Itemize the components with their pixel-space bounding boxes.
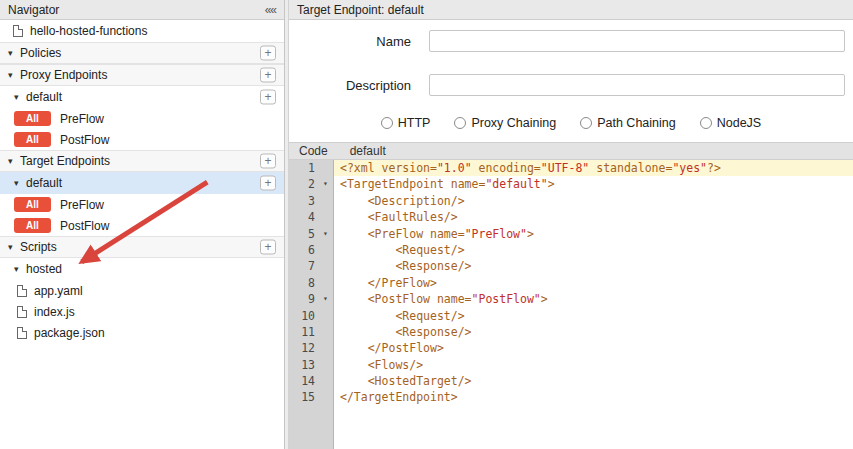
target-endpoint-title: Target Endpoint: default — [297, 3, 424, 17]
fold-spacer — [317, 357, 334, 373]
fold-spacer — [317, 389, 334, 405]
chevron-down-icon: ▾ — [8, 70, 20, 80]
code-line[interactable]: 12 </PostFlow> — [289, 340, 853, 356]
radio-label: Proxy Chaining — [471, 116, 556, 130]
code-line[interactable]: 8 </PreFlow> — [289, 275, 853, 291]
fold-arrow-icon[interactable]: ▾ — [317, 176, 334, 192]
code-text: <Request/> — [334, 308, 853, 324]
radio-label: NodeJS — [717, 116, 761, 130]
tree-item-proxy-postflow[interactable]: All PostFlow — [0, 129, 284, 150]
fold-arrow-icon[interactable]: ▾ — [317, 226, 334, 242]
section-scripts[interactable]: ▾ Scripts + — [0, 236, 284, 258]
line-number: 12 — [289, 340, 317, 356]
code-text: </TargetEndpoint> — [334, 389, 853, 405]
code-line[interactable]: 10 <Request/> — [289, 308, 853, 324]
code-text: <PostFlow name="PostFlow"> — [334, 291, 853, 307]
tree-item-hosted-folder[interactable]: ▾ hosted — [0, 258, 284, 280]
code-text: <?xml version="1.0" encoding="UTF-8" sta… — [334, 160, 853, 176]
code-text: <TargetEndpoint name="default"> — [334, 176, 853, 192]
code-line[interactable]: 15</TargetEndpoint> — [289, 389, 853, 405]
code-line[interactable]: 6 <Request/> — [289, 242, 853, 258]
add-target-flow-button[interactable]: + — [260, 176, 276, 191]
tree-item-label: default — [26, 176, 62, 190]
section-policies[interactable]: ▾ Policies + — [0, 42, 284, 64]
code-text: <Description/> — [334, 193, 853, 209]
add-policy-button[interactable]: + — [260, 46, 276, 61]
add-target-endpoint-button[interactable]: + — [260, 154, 276, 169]
radio-circle-icon — [381, 117, 393, 129]
tree-item-target-endpoint-default[interactable]: ▾ default + — [0, 172, 284, 194]
navigator-title: Navigator — [8, 3, 59, 17]
file-icon — [13, 25, 23, 37]
radio-http[interactable]: HTTP — [381, 116, 431, 130]
code-file-name: default — [350, 144, 386, 158]
collapse-sidebar-icon[interactable]: «« — [265, 3, 276, 17]
file-icon — [17, 285, 27, 297]
tree-item-target-postflow[interactable]: All PostFlow — [0, 215, 284, 236]
code-line[interactable]: 13 <Flows/> — [289, 357, 853, 373]
description-input[interactable] — [429, 74, 845, 96]
radio-nodejs[interactable]: NodeJS — [700, 116, 761, 130]
code-editor[interactable]: 1<?xml version="1.0" encoding="UTF-8" st… — [289, 160, 853, 449]
line-number: 2 — [289, 176, 317, 192]
endpoint-form: Name Description HTTP Proxy Chaining P — [289, 20, 853, 142]
file-label: index.js — [34, 305, 75, 319]
code-line[interactable]: 9▾ <PostFlow name="PostFlow"> — [289, 291, 853, 307]
code-line[interactable]: 14 <HostedTarget/> — [289, 373, 853, 389]
code-line[interactable]: 5▾ <PreFlow name="PreFlow"> — [289, 226, 853, 242]
chevron-down-icon: ▾ — [14, 92, 26, 102]
code-line[interactable]: 3 <Description/> — [289, 193, 853, 209]
chevron-down-icon: ▾ — [14, 178, 26, 188]
line-number: 8 — [289, 275, 317, 291]
all-badge: All — [14, 197, 51, 212]
tree-item-label: hello-hosted-functions — [30, 24, 147, 38]
fold-spacer — [317, 242, 334, 258]
tree-item-file-index-js[interactable]: index.js — [0, 301, 284, 322]
radio-path-chaining[interactable]: Path Chaining — [580, 116, 676, 130]
code-text: <HostedTarget/> — [334, 373, 853, 389]
code-line[interactable]: 2▾<TargetEndpoint name="default"> — [289, 176, 853, 192]
tree-item-target-preflow[interactable]: All PreFlow — [0, 194, 284, 215]
chevron-down-icon: ▾ — [8, 48, 20, 58]
tree-item-proxy-root[interactable]: hello-hosted-functions — [0, 20, 284, 42]
radio-label: Path Chaining — [597, 116, 676, 130]
line-number: 6 — [289, 242, 317, 258]
code-line[interactable]: 7 <Response/> — [289, 258, 853, 274]
line-number: 3 — [289, 193, 317, 209]
add-script-button[interactable]: + — [260, 240, 276, 255]
code-text: <Response/> — [334, 258, 853, 274]
radio-proxy-chaining[interactable]: Proxy Chaining — [454, 116, 556, 130]
main-panel: Target Endpoint: default Name Descriptio… — [289, 0, 853, 449]
tree-item-file-app-yaml[interactable]: app.yaml — [0, 280, 284, 301]
add-proxy-flow-button[interactable]: + — [260, 90, 276, 105]
code-text: <Request/> — [334, 242, 853, 258]
name-input[interactable] — [429, 30, 845, 52]
file-icon — [17, 306, 27, 318]
fold-spacer — [317, 275, 334, 291]
fold-arrow-icon[interactable]: ▾ — [317, 291, 334, 307]
line-number: 11 — [289, 324, 317, 340]
tree-item-label: hosted — [26, 262, 62, 276]
tree-item-proxy-endpoint-default[interactable]: ▾ default + — [0, 86, 284, 108]
section-proxy-endpoints[interactable]: ▾ Proxy Endpoints + — [0, 64, 284, 86]
radio-circle-icon — [700, 117, 712, 129]
fold-spacer — [317, 373, 334, 389]
endpoint-type-radio-group: HTTP Proxy Chaining Path Chaining NodeJS — [289, 116, 853, 130]
code-line[interactable]: 11 <Response/> — [289, 324, 853, 340]
chevron-down-icon: ▾ — [14, 264, 26, 274]
code-text: <Flows/> — [334, 357, 853, 373]
app-window: Navigator «« hello-hosted-functions ▾ Po… — [0, 0, 853, 449]
line-number: 13 — [289, 357, 317, 373]
fold-spacer — [317, 258, 334, 274]
section-target-endpoints[interactable]: ▾ Target Endpoints + — [0, 150, 284, 172]
tree-item-file-package-json[interactable]: package.json — [0, 322, 284, 343]
add-proxy-endpoint-button[interactable]: + — [260, 68, 276, 83]
line-number: 4 — [289, 209, 317, 225]
code-header: Code default — [289, 142, 853, 160]
code-line[interactable]: 1<?xml version="1.0" encoding="UTF-8" st… — [289, 160, 853, 176]
flow-label: PostFlow — [60, 133, 109, 147]
description-label: Description — [289, 78, 429, 93]
file-label: app.yaml — [34, 284, 83, 298]
tree-item-proxy-preflow[interactable]: All PreFlow — [0, 108, 284, 129]
code-line[interactable]: 4 <FaultRules/> — [289, 209, 853, 225]
